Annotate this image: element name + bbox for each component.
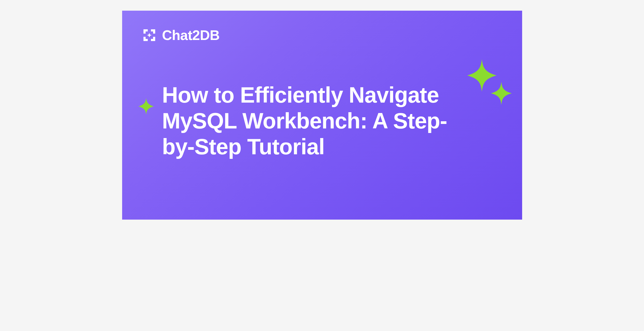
brand-logo: Chat2DB <box>141 27 220 43</box>
chat2db-logo-icon <box>141 27 157 43</box>
hero-card: Chat2DB How to Efficiently Navigate MySQ… <box>122 11 522 220</box>
sparkle-icon <box>491 82 512 106</box>
brand-name: Chat2DB <box>162 27 220 43</box>
sparkle-icon <box>138 98 154 116</box>
page-title: How to Efficiently Navigate MySQL Workbe… <box>162 82 458 160</box>
